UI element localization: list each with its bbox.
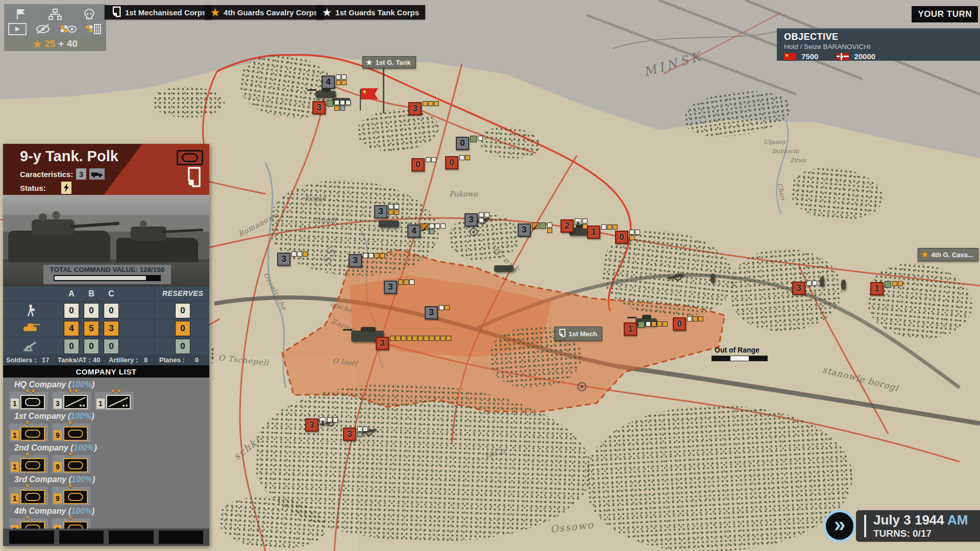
unit-group-sign[interactable]: 1st Mech	[554, 327, 602, 341]
reserve-cell[interactable]: 0	[175, 339, 190, 354]
unit-card[interactable]: 1★	[9, 487, 48, 505]
command-points-value: 25	[44, 38, 55, 49]
corps-tab-1[interactable]: 1st Mechanised Corps	[105, 5, 212, 19]
corps-tab-label: 1st Guards Tank Corps	[335, 8, 419, 17]
unit-counter[interactable]: 1	[870, 282, 903, 295]
unit-counter[interactable]: 3	[343, 428, 368, 441]
hide-counters-icon[interactable]	[34, 23, 52, 35]
unit-counter[interactable]: 3	[376, 337, 451, 350]
command-points: ★ 25 + 40	[4, 37, 106, 51]
unit-counter[interactable]: 1	[624, 322, 668, 336]
empty-company-slot[interactable]	[159, 531, 204, 544]
reserve-cell[interactable]: 0	[175, 303, 190, 318]
unit-counter[interactable]: 3	[312, 101, 351, 114]
pip	[582, 218, 587, 223]
unit-card[interactable]: 1★	[9, 423, 48, 442]
empty-company-slot[interactable]	[9, 531, 54, 544]
unit-counter[interactable]: 4	[407, 224, 446, 238]
counter-strength: 0	[673, 317, 686, 331]
unit-card[interactable]: 9★	[52, 518, 91, 529]
tank-unit-icon	[63, 427, 88, 441]
empty-company-slot[interactable]	[59, 531, 104, 544]
strength-cell[interactable]: 0	[84, 303, 99, 318]
unit-counter[interactable]: 3	[305, 418, 338, 432]
company-name: 3rd Company (100%)	[14, 475, 209, 484]
reserve-cell[interactable]: 0	[175, 321, 190, 336]
unit-counter[interactable]: 0	[456, 137, 483, 150]
unit-card[interactable]: 1★	[9, 518, 48, 529]
unit-card[interactable]: 1★★	[9, 392, 48, 410]
unit-counter[interactable]: 1	[587, 226, 618, 239]
unit-counter[interactable]: 3	[277, 253, 308, 266]
veterancy-stars: ★	[67, 482, 74, 489]
unit-counter[interactable]: 3	[384, 281, 414, 294]
strength-cell[interactable]: 0	[84, 339, 99, 354]
strength-cell[interactable]: 0	[104, 339, 119, 354]
strength-pips	[426, 157, 436, 162]
strength-cell[interactable]: 5	[84, 321, 99, 336]
tank-oval	[68, 430, 83, 438]
strength-cell[interactable]: 0	[64, 339, 79, 354]
strength-cell[interactable]: 3	[104, 321, 119, 336]
counter-extras	[629, 230, 640, 240]
counter-strength: 0	[411, 158, 425, 171]
unit-counter[interactable]: 0	[445, 156, 470, 169]
star-badge-icon	[575, 218, 581, 225]
stat-label: Planes :	[159, 356, 185, 364]
unit-counter[interactable]: 3	[792, 282, 817, 295]
unit-group-sign[interactable]: ★1st G. Tank	[362, 56, 416, 68]
unit-card[interactable]: 1★★	[95, 392, 134, 410]
command-value-box: TOTAL COMMAND VALUE: 128/150	[43, 265, 171, 284]
transport-unit-icon	[106, 395, 131, 409]
skull-icon[interactable]	[81, 8, 98, 20]
unit-counter[interactable]: 4	[322, 76, 347, 89]
pip	[409, 280, 414, 285]
counter-grid-icon[interactable]	[85, 23, 102, 35]
green-badge-icon	[470, 136, 477, 142]
pip-row	[629, 230, 640, 235]
org-chart-icon[interactable]	[46, 8, 64, 20]
pip	[459, 155, 464, 160]
strength-cell[interactable]: 0	[64, 303, 79, 318]
unit-counter[interactable]: 3	[349, 254, 385, 267]
corps-tab-3[interactable]: ★1st Guards Tank Corps	[316, 5, 425, 19]
unit-counter[interactable]: 2	[560, 219, 587, 233]
unit-card[interactable]: 3★★	[52, 392, 91, 410]
pip	[435, 223, 440, 229]
unit-card[interactable]: 1★	[9, 455, 48, 473]
pip	[333, 417, 338, 422]
tank-unit-icon	[63, 521, 88, 529]
unit-card[interactable]: 9★	[52, 487, 91, 505]
counter-extras	[806, 281, 817, 286]
pip	[412, 336, 418, 341]
strength-cell[interactable]: 0	[104, 303, 119, 318]
unit-count: 1	[11, 398, 19, 409]
strength-cell[interactable]: 4	[64, 321, 79, 336]
unit-counter[interactable]: 3	[374, 205, 399, 218]
pip	[398, 280, 403, 285]
unit-counter[interactable]: 3	[518, 223, 552, 237]
unit-counter[interactable]: 3	[464, 213, 489, 227]
pip	[635, 230, 640, 235]
green-badge-icon	[885, 281, 891, 288]
pip	[357, 432, 362, 437]
unit-counter[interactable]: 0	[673, 317, 703, 331]
map-controls-panel	[4, 4, 106, 37]
unit-card[interactable]: 9★	[52, 423, 91, 442]
unit-counter[interactable]: 0	[615, 231, 640, 244]
pip-row	[291, 252, 308, 257]
play-button[interactable]	[8, 23, 27, 35]
command-value-label: TOTAL COMMAND VALUE: 128/150	[46, 266, 168, 273]
end-turn-button[interactable]: »	[823, 510, 856, 542]
unit-counter[interactable]: 3	[425, 306, 450, 319]
show-counters-icon[interactable]	[60, 23, 77, 35]
pip	[390, 336, 395, 341]
unit-card[interactable]: 9★	[52, 455, 91, 473]
unit-counter[interactable]: 3	[408, 102, 439, 115]
flag-icon[interactable]	[12, 8, 30, 20]
corps-tab-2[interactable]: ★4th Guards Cavalry Corps	[205, 5, 324, 19]
star-icon: ★	[33, 38, 41, 50]
unit-group-sign[interactable]: ★4th G. Cava...	[918, 248, 978, 261]
empty-company-slot[interactable]	[109, 531, 154, 544]
unit-counter[interactable]: 0	[411, 158, 436, 171]
